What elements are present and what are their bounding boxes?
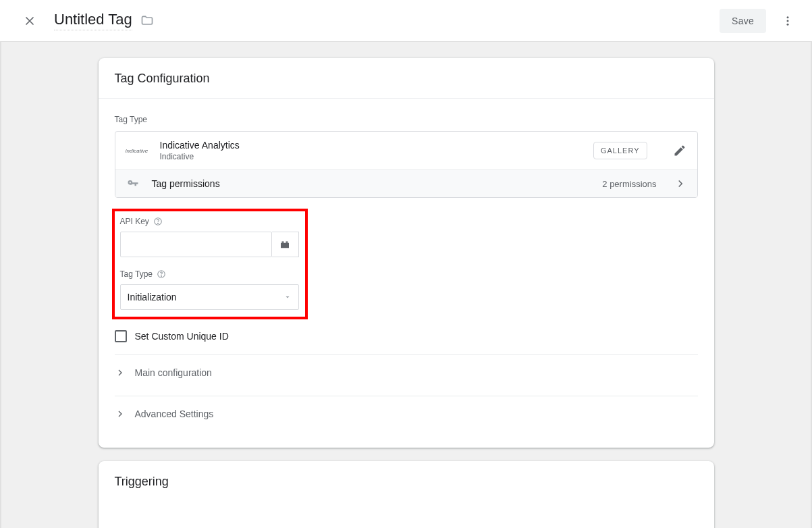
edit-tag-type-button[interactable] <box>673 144 686 157</box>
svg-point-0 <box>787 16 789 18</box>
gallery-button[interactable]: GALLERY <box>593 142 647 159</box>
svg-point-2 <box>787 23 789 25</box>
svg-point-3 <box>129 182 130 183</box>
api-key-input[interactable] <box>120 232 272 257</box>
tag-vendor-icon: indicative <box>126 140 148 161</box>
save-button[interactable]: Save <box>720 9 766 33</box>
svg-rect-7 <box>286 242 288 243</box>
permissions-count: 2 permissions <box>602 179 656 189</box>
api-key-label: API Key <box>120 217 149 226</box>
tag-type-selected-value: Initialization <box>128 292 177 302</box>
set-custom-unique-id-checkbox[interactable] <box>115 330 127 342</box>
svg-point-1 <box>787 20 789 22</box>
pencil-icon <box>673 144 686 157</box>
variable-picker-button[interactable] <box>272 232 299 257</box>
tag-configuration-card: Tag Configuration Tag Type indicative In… <box>99 58 714 448</box>
main-configuration-section[interactable]: Main configuration <box>115 354 698 390</box>
section-label: Advanced Settings <box>135 408 214 419</box>
lego-icon <box>279 238 291 250</box>
overflow-menu-button[interactable] <box>774 7 801 34</box>
annotation-highlight: API Key Tag Type <box>112 209 308 319</box>
advanced-settings-section[interactable]: Advanced Settings <box>115 396 698 431</box>
page-title[interactable]: Untitled Tag <box>54 11 132 30</box>
checkbox-label: Set Custom Unique ID <box>135 331 229 342</box>
card-title: Tag Configuration <box>115 72 698 86</box>
svg-point-9 <box>161 275 162 276</box>
svg-rect-6 <box>282 242 284 243</box>
chevron-right-icon <box>115 408 126 419</box>
tag-type-field-label: Tag Type <box>120 269 153 279</box>
chevron-right-icon <box>115 367 126 378</box>
tag-type-box: indicative Indicative Analytics Indicati… <box>115 131 698 198</box>
tag-permissions-row[interactable]: Tag permissions 2 permissions <box>115 169 697 197</box>
tag-type-vendor: Indicative <box>160 152 581 161</box>
more-vertical-icon <box>782 15 794 27</box>
card-title: Triggering <box>115 475 698 489</box>
permissions-label: Tag permissions <box>152 178 591 189</box>
key-icon <box>126 177 140 190</box>
triggering-card: Triggering <box>99 461 714 528</box>
help-icon[interactable] <box>153 217 163 226</box>
close-button[interactable] <box>16 7 43 34</box>
help-icon[interactable] <box>157 269 166 279</box>
dropdown-caret-icon <box>283 293 292 301</box>
folder-icon[interactable] <box>140 14 154 28</box>
svg-point-5 <box>157 223 158 223</box>
section-label: Main configuration <box>135 367 212 378</box>
tag-type-name: Indicative Analytics <box>160 140 581 151</box>
chevron-right-icon <box>674 178 686 190</box>
tag-type-select[interactable]: Initialization <box>120 284 299 310</box>
tag-type-label: Tag Type <box>115 115 698 124</box>
close-icon <box>23 14 36 28</box>
